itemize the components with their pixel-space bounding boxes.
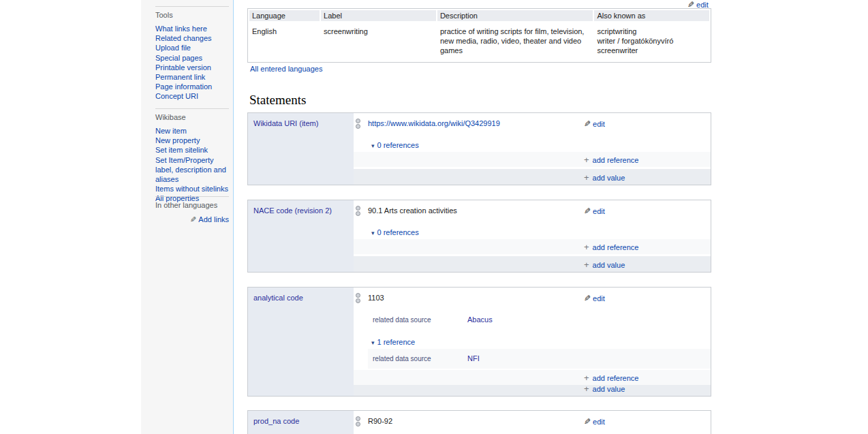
statement-claim: 1103✎edit — [354, 288, 711, 309]
edit-toolbar: ✎edit — [584, 294, 605, 303]
terms-header-also-known-as: Also known as — [594, 10, 709, 21]
terms-row: English screenwriting practice of writin… — [249, 22, 709, 61]
statement-property-link[interactable]: NACE code (revision 2) — [253, 206, 332, 215]
references-toggle-label: 0 references — [377, 228, 419, 236]
reference-block: related data sourceNFI — [368, 349, 711, 369]
terms-label-cell: screenwriting — [321, 22, 436, 61]
qualifier-row: related data sourceAbacus — [373, 314, 711, 324]
plus-icon: + — [584, 242, 589, 252]
sidebar-link[interactable]: Concept URI — [155, 92, 198, 100]
rank-selector-icon[interactable] — [356, 416, 360, 427]
statement-claim: https://www.wikidata.org/wiki/Q3429919✎e… — [354, 113, 711, 134]
sidebar-link[interactable]: What links here — [155, 25, 207, 33]
statement-value[interactable]: https://www.wikidata.org/wiki/Q3429919 — [368, 119, 500, 127]
sidebar-item: Printable version — [155, 63, 229, 72]
statement-property-cell: Wikidata URI (item) — [248, 113, 354, 185]
sidebar-item: New item — [155, 126, 229, 136]
qualifier-property-link[interactable]: related data source — [373, 315, 467, 324]
references-toggle-link[interactable]: ▾0 references — [371, 141, 419, 149]
pencil-icon: ✎ — [584, 119, 591, 129]
edit-toolbar: ✎edit — [584, 417, 605, 427]
terms-header-label: Label — [321, 10, 436, 21]
sidebar-item: Permanent link — [155, 72, 229, 82]
sidebar-link[interactable]: Set item sitelink — [155, 146, 208, 154]
edit-label: edit — [593, 418, 605, 426]
add-reference-button[interactable]: +add reference — [584, 156, 638, 164]
sidebar-section-title: Tools — [155, 7, 229, 19]
sidebar-item: New property — [155, 136, 229, 145]
content-area: ✎edit Language Label Description Also kn… — [234, 0, 868, 434]
qualifiers: related data sourceAbacus — [354, 314, 711, 324]
terms-table: Language Label Description Also known as… — [247, 8, 711, 63]
edit-button[interactable]: ✎edit — [584, 294, 605, 303]
reference-property-link[interactable]: related data source — [373, 354, 467, 363]
pencil-icon: ✎ — [190, 215, 196, 224]
rank-selector-icon[interactable] — [356, 119, 360, 129]
terms-description-cell: practice of writing scripts for film, te… — [437, 22, 593, 61]
sidebar-link[interactable]: Printable version — [155, 63, 211, 72]
references-toggle-link[interactable]: ▾1 reference — [371, 338, 415, 346]
statement-value: 1103 — [368, 294, 384, 302]
all-entered-languages-link[interactable]: All entered languages — [250, 65, 322, 73]
statement-property-link[interactable]: Wikidata URI (item) — [253, 119, 318, 127]
sidebar-link[interactable]: Permanent link — [155, 73, 205, 81]
sidebar-link[interactable]: Related changes — [155, 34, 212, 42]
references-toggle-label: 1 reference — [377, 338, 416, 346]
sidebar-link[interactable]: Set Item/Property label, description and… — [155, 156, 226, 183]
triangle-down-icon: ▾ — [371, 339, 375, 346]
sidebar-item: Items without sitelinks — [155, 184, 229, 193]
statement-main: 1103✎editrelated data sourceAbacus▾1 ref… — [354, 288, 711, 396]
edit-button[interactable]: ✎edit — [584, 120, 605, 128]
statement-property-cell: NACE code (revision 2) — [248, 200, 354, 272]
statement-group: analytical code+add value1103✎editrelate… — [247, 287, 711, 397]
statement-group: NACE code (revision 2)+add value90.1 Art… — [247, 200, 711, 273]
sidebar-link[interactable]: Special pages — [155, 54, 202, 62]
statement-main: R90-92✎edit — [354, 411, 711, 434]
qualifier-value-link[interactable]: Abacus — [467, 315, 493, 324]
alias: writer / forgatókönyvíró — [597, 36, 707, 46]
add-reference-label: add reference — [593, 374, 639, 382]
statement-property-link[interactable]: prod_na code — [253, 417, 299, 425]
statement-property-cell: prod_na code — [248, 411, 354, 434]
add-reference-button[interactable]: +add reference — [584, 374, 638, 382]
terms-aliases-cell: scriptwriting writer / forgatókönyvíró s… — [594, 22, 709, 61]
edit-label: edit — [593, 294, 605, 303]
sidebar-item: Special pages — [155, 53, 229, 63]
sidebar-link[interactable]: Upload file — [155, 44, 191, 52]
sidebar-link[interactable]: New item — [155, 127, 187, 135]
rank-selector-icon[interactable] — [356, 293, 360, 304]
sidebar-link[interactable]: New property — [155, 136, 200, 144]
statement-value: R90-92 — [368, 417, 392, 425]
sidebar-section-title: Wikibase — [155, 109, 229, 121]
sidebar-item: Set item sitelink — [155, 145, 229, 155]
sidebar-item: Page information — [155, 82, 229, 91]
terms-language-cell: English — [249, 22, 320, 61]
reference-value-link[interactable]: NFI — [467, 354, 480, 362]
sidebar-links-tools: What links hereRelated changesUpload fil… — [155, 24, 229, 102]
plus-icon: + — [584, 373, 589, 383]
terms-header-description: Description — [437, 10, 593, 21]
references-toggle-link[interactable]: ▾0 references — [371, 228, 419, 236]
sidebar-link[interactable]: Items without sitelinks — [155, 185, 228, 193]
sidebar: Tools What links hereRelated changesUplo… — [141, 0, 234, 434]
statement-property-link[interactable]: analytical code — [253, 294, 303, 302]
edit-label: edit — [593, 120, 605, 128]
sidebar-section-title: In other languages — [155, 197, 229, 209]
sidebar-link[interactable]: Page information — [155, 82, 212, 91]
reference-row: related data sourceNFI — [368, 353, 711, 363]
edit-button[interactable]: ✎edit — [584, 418, 605, 426]
references-toggle: ▾0 references — [371, 140, 711, 151]
add-reference-label: add reference — [593, 243, 639, 251]
sidebar-item: Related changes — [155, 33, 229, 43]
statement-group: Wikidata URI (item)+add valuehttps://www… — [247, 112, 711, 185]
sidebar-item: Upload file — [155, 43, 229, 52]
terms-header-language: Language — [249, 10, 320, 21]
add-links-button[interactable]: ✎Add links — [190, 215, 229, 223]
sidebar-section-tools: Tools What links hereRelated changesUplo… — [155, 6, 229, 102]
rank-selector-icon[interactable] — [356, 206, 360, 217]
add-reference-label: add reference — [593, 156, 639, 164]
add-reference-button[interactable]: +add reference — [584, 243, 638, 251]
add-links-row: ✎Add links — [155, 215, 229, 224]
sidebar-item: Set Item/Property label, description and… — [155, 155, 229, 185]
edit-button[interactable]: ✎edit — [584, 207, 605, 215]
